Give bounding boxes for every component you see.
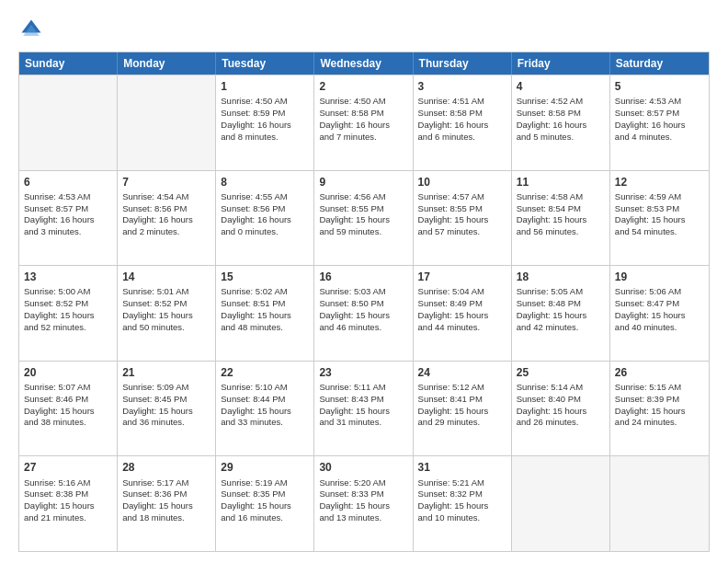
day-info: Daylight: 15 hours (615, 214, 704, 226)
day-number: 19 (615, 270, 704, 284)
day-number: 4 (517, 79, 605, 94)
day-info: Sunrise: 4:52 AM (517, 96, 605, 108)
day-info: Sunrise: 5:03 AM (319, 286, 407, 298)
day-number: 25 (517, 365, 605, 380)
day-info: and 29 minutes. (418, 417, 506, 429)
day-info: and 36 minutes. (122, 417, 210, 429)
day-number: 30 (319, 460, 407, 475)
day-info: and 31 minutes. (319, 417, 407, 429)
calendar-cell: 23Sunrise: 5:11 AMSunset: 8:43 PMDayligh… (314, 362, 413, 456)
calendar-header-cell: Friday (512, 52, 610, 75)
calendar-week: 13Sunrise: 5:00 AMSunset: 8:52 PMDayligh… (19, 265, 709, 361)
day-info: Daylight: 15 hours (319, 310, 407, 322)
day-info: and 6 minutes. (418, 132, 506, 144)
day-info: Sunset: 8:52 PM (122, 298, 210, 310)
day-info: and 50 minutes. (122, 322, 210, 334)
calendar-cell: 27Sunrise: 5:16 AMSunset: 8:38 PMDayligh… (19, 456, 118, 551)
calendar-header-cell: Wednesday (314, 52, 413, 75)
day-info: Daylight: 16 hours (517, 120, 605, 132)
day-info: Sunrise: 5:11 AM (319, 382, 407, 394)
day-info: Daylight: 15 hours (221, 500, 309, 512)
calendar-week: 27Sunrise: 5:16 AMSunset: 8:38 PMDayligh… (19, 455, 709, 551)
calendar-week: 6Sunrise: 4:53 AMSunset: 8:57 PMDaylight… (19, 170, 709, 266)
day-number: 31 (418, 460, 506, 475)
calendar-cell (118, 75, 216, 170)
day-info: Sunrise: 5:10 AM (221, 382, 309, 394)
calendar-cell: 6Sunrise: 4:53 AMSunset: 8:57 PMDaylight… (19, 171, 118, 266)
calendar-header-cell: Monday (118, 52, 216, 75)
calendar-cell: 7Sunrise: 4:54 AMSunset: 8:56 PMDaylight… (118, 171, 216, 266)
day-info: Daylight: 15 hours (615, 310, 704, 322)
day-info: Daylight: 16 hours (24, 214, 112, 226)
day-info: Sunset: 8:43 PM (319, 394, 407, 406)
calendar-cell (610, 456, 709, 551)
header (18, 17, 710, 42)
day-info: Sunset: 8:46 PM (24, 394, 112, 406)
day-info: Daylight: 16 hours (122, 214, 210, 226)
calendar-header-cell: Sunday (19, 52, 118, 75)
calendar-cell: 20Sunrise: 5:07 AMSunset: 8:46 PMDayligh… (19, 362, 118, 456)
day-info: Sunrise: 5:09 AM (122, 382, 210, 394)
day-info: Sunrise: 4:50 AM (319, 96, 407, 108)
day-info: Sunset: 8:38 PM (24, 488, 112, 500)
day-info: and 44 minutes. (418, 322, 506, 334)
day-number: 1 (221, 79, 309, 94)
calendar-cell: 25Sunrise: 5:14 AMSunset: 8:40 PMDayligh… (512, 362, 610, 456)
day-info: and 48 minutes. (221, 322, 309, 334)
day-info: Daylight: 15 hours (24, 406, 112, 418)
day-info: and 40 minutes. (615, 322, 704, 334)
day-number: 15 (221, 270, 309, 284)
day-info: Daylight: 15 hours (24, 500, 112, 512)
logo (18, 17, 48, 42)
calendar-body: 1Sunrise: 4:50 AMSunset: 8:59 PMDaylight… (19, 75, 709, 551)
day-info: Daylight: 15 hours (122, 310, 210, 322)
calendar-week: 20Sunrise: 5:07 AMSunset: 8:46 PMDayligh… (19, 361, 709, 456)
day-number: 7 (122, 175, 210, 190)
day-info: Sunset: 8:56 PM (221, 203, 309, 215)
day-number: 9 (319, 175, 407, 190)
calendar-cell: 21Sunrise: 5:09 AMSunset: 8:45 PMDayligh… (118, 362, 216, 456)
day-info: Sunrise: 4:53 AM (24, 191, 112, 203)
day-info: Sunset: 8:32 PM (418, 488, 506, 500)
day-info: Sunrise: 4:55 AM (221, 191, 309, 203)
day-info: Sunrise: 5:16 AM (24, 477, 112, 489)
day-info: and 4 minutes. (615, 132, 704, 144)
day-info: Sunrise: 4:51 AM (418, 96, 506, 108)
day-info: Sunset: 8:54 PM (517, 203, 605, 215)
day-info: Sunrise: 4:58 AM (517, 191, 605, 203)
day-info: Daylight: 16 hours (319, 120, 407, 132)
day-info: Sunrise: 5:00 AM (24, 286, 112, 298)
calendar-cell: 10Sunrise: 4:57 AMSunset: 8:55 PMDayligh… (414, 171, 512, 266)
day-number: 26 (615, 365, 704, 380)
day-number: 6 (24, 175, 112, 190)
day-info: and 42 minutes. (517, 322, 605, 334)
day-info: and 56 minutes. (517, 226, 605, 238)
calendar-cell: 4Sunrise: 4:52 AMSunset: 8:58 PMDaylight… (512, 75, 610, 170)
day-info: Daylight: 15 hours (418, 310, 506, 322)
day-number: 8 (221, 175, 309, 190)
day-info: Daylight: 15 hours (122, 500, 210, 512)
day-info: Sunset: 8:56 PM (122, 203, 210, 215)
day-info: and 59 minutes. (319, 226, 407, 238)
day-info: Sunrise: 5:02 AM (221, 286, 309, 298)
day-info: Sunrise: 5:07 AM (24, 382, 112, 394)
day-info: Daylight: 16 hours (418, 120, 506, 132)
day-info: and 3 minutes. (24, 226, 112, 238)
calendar-cell: 14Sunrise: 5:01 AMSunset: 8:52 PMDayligh… (118, 266, 216, 361)
day-info: Sunset: 8:58 PM (517, 108, 605, 120)
day-info: and 26 minutes. (517, 417, 605, 429)
day-number: 23 (319, 365, 407, 380)
day-info: and 54 minutes. (615, 226, 704, 238)
day-info: and 21 minutes. (24, 512, 112, 524)
calendar-header-cell: Tuesday (216, 52, 314, 75)
day-info: Daylight: 16 hours (221, 120, 309, 132)
day-info: Daylight: 16 hours (221, 214, 309, 226)
day-info: Daylight: 15 hours (418, 406, 506, 418)
day-info: Sunset: 8:59 PM (221, 108, 309, 120)
day-info: Sunset: 8:57 PM (615, 108, 704, 120)
calendar-cell: 2Sunrise: 4:50 AMSunset: 8:58 PMDaylight… (314, 75, 413, 170)
calendar-cell: 8Sunrise: 4:55 AMSunset: 8:56 PMDaylight… (216, 171, 314, 266)
day-info: Sunrise: 5:05 AM (517, 286, 605, 298)
day-info: Sunrise: 5:17 AM (122, 477, 210, 489)
calendar-cell (19, 75, 118, 170)
